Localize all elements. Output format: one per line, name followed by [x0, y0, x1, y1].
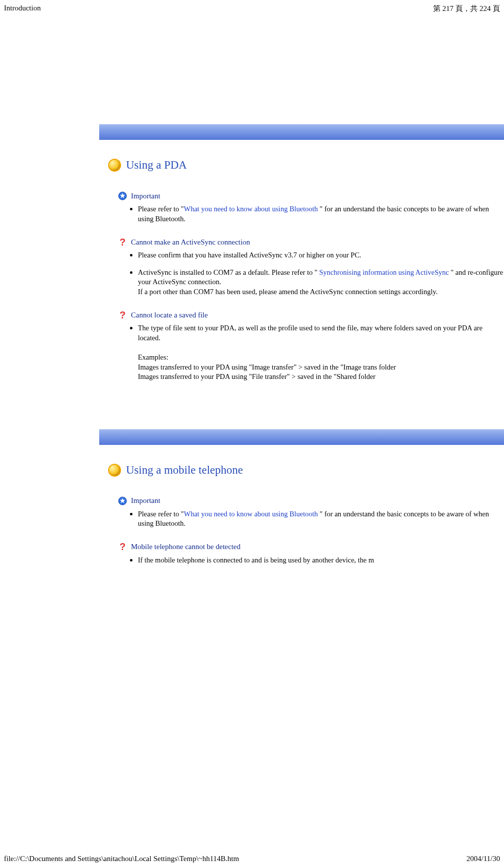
question-icon: ?	[118, 238, 127, 247]
section-title-row: Using a PDA	[99, 159, 504, 172]
text: Please refer to "	[138, 205, 184, 213]
faq-list: The type of file sent to your PDA, as we…	[128, 323, 504, 381]
faq-label: Mobile telephone cannot be detected	[131, 543, 241, 551]
faq-list: Please confirm that you have installed A…	[128, 250, 504, 297]
important-list: Please refer to "What you need to know a…	[128, 204, 504, 224]
section-2: Using a mobile telephone Important Pleas…	[99, 429, 504, 565]
page-header: Introduction 第 217 頁，共 224 頁	[0, 0, 504, 16]
important-block: Important Please refer to "What you need…	[99, 191, 504, 224]
faq-block: ? Cannot locate a saved file The type of…	[99, 310, 504, 381]
header-title: Introduction	[4, 4, 41, 13]
faq-heading: ? Cannot make an ActiveSync connection	[118, 238, 504, 247]
star-icon	[118, 191, 127, 200]
important-label: Important	[131, 192, 160, 200]
list-item: ActiveSync is installed to COM7 as a def…	[128, 268, 504, 297]
faq-block: ? Mobile telephone cannot be detected If…	[99, 543, 504, 565]
list-item: Please refer to "What you need to know a…	[128, 509, 504, 529]
footer-date: 2004/11/30	[466, 855, 500, 863]
section-title-text: Using a mobile telephone	[126, 464, 243, 477]
faq-list: If the mobile telephone is connected to …	[128, 556, 504, 565]
question-icon: ?	[118, 310, 127, 319]
page-footer: file://C:\Documents and Settings\anitach…	[4, 855, 500, 863]
question-icon: ?	[118, 543, 127, 552]
important-heading: Important	[118, 191, 504, 200]
star-icon	[118, 496, 127, 505]
text: Please refer to "	[138, 510, 184, 518]
text: ActiveSync is installed to COM7 as a def…	[138, 268, 319, 276]
section-divider-bar	[99, 429, 504, 445]
faq-heading: ? Cannot locate a saved file	[118, 310, 504, 319]
faq-label: Cannot make an ActiveSync connection	[131, 238, 250, 247]
section-title-row: Using a mobile telephone	[99, 464, 504, 477]
link-bluetooth-basics[interactable]: What you need to know about using Blueto…	[184, 510, 317, 518]
important-block: Important Please refer to "What you need…	[99, 496, 504, 529]
content-area: Using a PDA Important Please refer to "W…	[99, 124, 504, 579]
important-heading: Important	[118, 496, 504, 505]
bullet-icon	[108, 464, 121, 477]
bullet-icon	[108, 159, 121, 172]
important-list: Please refer to "What you need to know a…	[128, 509, 504, 529]
faq-heading: ? Mobile telephone cannot be detected	[118, 543, 504, 552]
list-item: If the mobile telephone is connected to …	[128, 556, 504, 565]
faq-label: Cannot locate a saved file	[131, 311, 208, 319]
header-page-info: 第 217 頁，共 224 頁	[433, 4, 500, 13]
link-activesync-info[interactable]: Synchronising information using ActiveSy…	[319, 268, 449, 276]
list-item: Please confirm that you have installed A…	[128, 250, 504, 260]
link-bluetooth-basics[interactable]: What you need to know about using Blueto…	[184, 205, 317, 213]
faq-block: ? Cannot make an ActiveSync connection P…	[99, 238, 504, 297]
important-label: Important	[131, 496, 160, 505]
footer-path: file://C:\Documents and Settings\anitach…	[4, 855, 239, 863]
section-title-text: Using a PDA	[126, 159, 187, 172]
list-item: The type of file sent to your PDA, as we…	[128, 323, 504, 381]
section-divider-bar	[99, 124, 504, 140]
list-item: Please refer to "What you need to know a…	[128, 204, 504, 224]
